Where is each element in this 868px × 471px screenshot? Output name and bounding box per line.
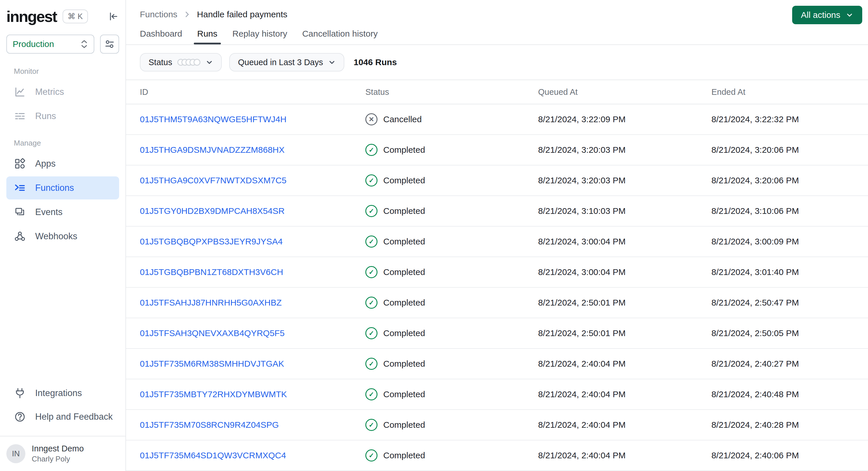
sidebar-item-integrations[interactable]: Integrations: [6, 382, 119, 405]
tab-replay-history[interactable]: Replay history: [232, 29, 287, 44]
queued-at-cell: 8/21/2024, 2:40:04 PM: [538, 359, 711, 369]
time-range-filter-button[interactable]: Queued in Last 3 Days: [229, 53, 344, 71]
run-id-cell: 01J5TF735M6RM38SMHHDVJTGAK: [140, 359, 365, 369]
status-label: Completed: [383, 237, 425, 247]
status-icon: [365, 449, 377, 462]
status-label: Completed: [383, 420, 425, 430]
chevron-down-icon: [206, 59, 213, 66]
column-header-queued-at: Queued At: [538, 87, 711, 97]
table-header: ID Status Queued At Ended At: [126, 80, 868, 104]
chevron-updown-icon: [81, 39, 88, 49]
chevron-down-icon: [845, 11, 854, 19]
status-label: Completed: [383, 298, 425, 308]
filter-row: Status Queued in Last 3 Days 1046 Runs: [126, 45, 868, 80]
sidebar-section-manage: Manage: [0, 128, 125, 152]
column-header-ended-at: Ended At: [711, 87, 868, 97]
tab-cancellation-history[interactable]: Cancellation history: [302, 29, 378, 44]
run-id-link[interactable]: 01J5THGA9C0XVF7NWTXDSXM7C5: [140, 176, 286, 185]
table-row: 01J5THGA9C0XVF7NWTXDSXM7C5 Completed 8/2…: [126, 165, 868, 196]
run-id-link[interactable]: 01J5TF735M6RM38SMHHDVJTGAK: [140, 359, 284, 368]
queued-at-cell: 8/21/2024, 3:22:09 PM: [538, 115, 711, 124]
ended-at-cell: 8/21/2024, 3:20:06 PM: [711, 145, 868, 155]
run-id-link[interactable]: 01J5THM5T9A63NQWGE5HFTWJ4H: [140, 115, 286, 124]
run-id-link[interactable]: 01J5TGY0HD2BX9DMPCAH8X54SR: [140, 206, 285, 216]
run-id-cell: 01J5TF735M70S8RCN9R4Z04SPG: [140, 420, 365, 430]
ended-at-cell: 8/21/2024, 3:00:09 PM: [711, 237, 868, 247]
sidebar-item-label: Integrations: [35, 388, 82, 398]
run-id-cell: 01J5TF735M64SD1QW3VCRMXQC4: [140, 450, 365, 460]
run-id-link[interactable]: 01J5TF735M64SD1QW3VCRMXQC4: [140, 450, 286, 460]
ended-at-cell: 8/21/2024, 2:50:05 PM: [711, 328, 868, 338]
status-filter-label: Status: [149, 58, 172, 67]
run-id-link[interactable]: 01J5THGA9DSMJVNADZZZM868HX: [140, 145, 285, 155]
run-id-cell: 01J5TF735MBTY72RHXDYMBWMTK: [140, 389, 365, 399]
sidebar-item-metrics[interactable]: Metrics: [6, 81, 119, 103]
sidebar-item-help[interactable]: Help and Feedback: [6, 405, 119, 428]
sidebar-item-runs[interactable]: Runs: [6, 105, 119, 128]
sidebar-item-label: Apps: [35, 159, 56, 169]
breadcrumb-functions-link[interactable]: Functions: [140, 9, 177, 19]
table-row: 01J5TGY0HD2BX9DMPCAH8X54SR Completed 8/2…: [126, 196, 868, 226]
breadcrumb-current-page: Handle failed payments: [197, 9, 287, 19]
ended-at-cell: 8/21/2024, 3:20:06 PM: [711, 176, 868, 185]
table-row: 01J5THGA9DSMJVNADZZZM868HX Completed 8/2…: [126, 135, 868, 165]
queued-at-cell: 8/21/2024, 3:20:03 PM: [538, 176, 711, 185]
run-id-cell: 01J5THGA9DSMJVNADZZZM868HX: [140, 145, 365, 155]
ended-at-cell: 8/21/2024, 3:01:40 PM: [711, 267, 868, 277]
sidebar-item-label: Functions: [35, 183, 74, 193]
tab-runs[interactable]: Runs: [197, 29, 217, 44]
run-id-link[interactable]: 01J5TGBQBQPXPBS3JEYR9JYSA4: [140, 237, 283, 246]
status-label: Completed: [383, 206, 425, 216]
time-range-filter-label: Queued in Last 3 Days: [238, 58, 323, 67]
runs-table-body: 01J5THM5T9A63NQWGE5HFTWJ4H Cancelled 8/2…: [126, 104, 868, 471]
run-id-link[interactable]: 01J5TF735MBTY72RHXDYMBWMTK: [140, 389, 287, 399]
run-id-link[interactable]: 01J5TFSAH3QNEVXAXB4QYRQ5F5: [140, 328, 285, 338]
run-status-cell: Completed: [365, 175, 538, 187]
queued-at-cell: 8/21/2024, 2:40:04 PM: [538, 450, 711, 460]
run-status-cell: Completed: [365, 205, 538, 217]
status-label: Completed: [383, 359, 425, 369]
run-id-cell: 01J5TGY0HD2BX9DMPCAH8X54SR: [140, 206, 365, 216]
sidebar-item-functions[interactable]: Functions: [6, 177, 119, 199]
sidebar-section-monitor: Monitor: [0, 57, 125, 80]
sidebar-item-apps[interactable]: Apps: [6, 152, 119, 175]
queued-at-cell: 8/21/2024, 2:40:04 PM: [538, 389, 711, 399]
status-label: Cancelled: [383, 115, 422, 124]
queued-at-cell: 8/21/2024, 3:00:04 PM: [538, 237, 711, 247]
queued-at-cell: 8/21/2024, 3:10:03 PM: [538, 206, 711, 216]
run-status-cell: Completed: [365, 327, 538, 339]
run-id-link[interactable]: 01J5TGBQBPBN1ZT68DXTH3V6CH: [140, 267, 283, 277]
run-id-link[interactable]: 01J5TF735M70S8RCN9R4Z04SPG: [140, 420, 279, 430]
tab-dashboard[interactable]: Dashboard: [140, 29, 182, 44]
runs-count: 1046 Runs: [353, 57, 397, 67]
run-id-link[interactable]: 01J5TFSAHJJ87HNRHH5G0AXHBZ: [140, 298, 282, 307]
sidebar-item-webhooks[interactable]: Webhooks: [6, 225, 119, 248]
ended-at-cell: 8/21/2024, 3:10:06 PM: [711, 206, 868, 216]
ended-at-cell: 8/21/2024, 2:50:47 PM: [711, 298, 868, 308]
all-actions-button[interactable]: All actions: [792, 6, 862, 24]
user-account-row[interactable]: IN Inngest Demo Charly Poly: [0, 436, 125, 471]
sidebar-item-label: Help and Feedback: [35, 412, 113, 422]
sidebar-item-events[interactable]: Events: [6, 200, 119, 224]
status-label: Completed: [383, 267, 425, 277]
status-icon: [365, 175, 377, 187]
status-label: Completed: [383, 145, 425, 155]
main-content: Functions Handle failed payments All act…: [126, 0, 868, 471]
run-id-cell: 01J5TFSAHJJ87HNRHH5G0AXHBZ: [140, 298, 365, 308]
status-icon: [365, 327, 377, 339]
metrics-chart-icon: [14, 86, 26, 98]
environment-select[interactable]: Production: [6, 35, 94, 54]
status-icon: [365, 419, 377, 431]
status-filter-button[interactable]: Status: [140, 53, 222, 71]
table-row: 01J5TF735MBTY72RHXDYMBWMTK Completed 8/2…: [126, 379, 868, 410]
run-id-cell: 01J5THGA9C0XVF7NWTXDSXM7C5: [140, 176, 365, 185]
environment-settings-button[interactable]: [100, 35, 119, 54]
run-status-cell: Cancelled: [365, 113, 538, 125]
status-icon: [365, 388, 377, 400]
table-row: 01J5TF735M70S8RCN9R4Z04SPG Completed 8/2…: [126, 410, 868, 440]
ended-at-cell: 8/21/2024, 2:40:06 PM: [711, 450, 868, 460]
sidebar-collapse-icon[interactable]: [107, 11, 119, 22]
ended-at-cell: 8/21/2024, 2:40:27 PM: [711, 359, 868, 369]
ended-at-cell: 8/21/2024, 2:40:48 PM: [711, 389, 868, 399]
run-status-cell: Completed: [365, 236, 538, 248]
